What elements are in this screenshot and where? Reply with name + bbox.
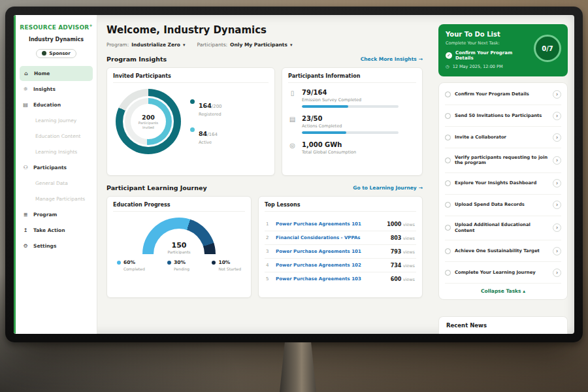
task-chevron-button[interactable]: › xyxy=(553,112,561,120)
task-chevron-button[interactable]: › xyxy=(553,133,561,142)
task-chevron-button[interactable]: › xyxy=(553,223,561,232)
task-label: Complete Your Learning Journey xyxy=(455,270,549,276)
task-chevron-button[interactable]: › xyxy=(553,201,561,209)
lesson-views-word: views xyxy=(403,263,415,269)
task-checkbox[interactable] xyxy=(445,202,451,208)
sidebar-item[interactable]: ↥ Take Action xyxy=(16,223,97,238)
sidebar-item-label: Insights xyxy=(33,86,56,92)
check-more-insights-link[interactable]: Check More Insights → xyxy=(361,56,423,62)
task-row[interactable]: Send 50 Invitations to Participants › xyxy=(445,105,561,127)
sidebar-item[interactable]: ⌂ Home xyxy=(20,66,93,81)
background-wall: RESOURCE ADVISOR+ Industry Dynamics Spon… xyxy=(0,0,588,392)
filter-dropdown[interactable]: Participants: Only My Participants ▾ xyxy=(197,42,293,48)
recent-news-header[interactable]: Recent News xyxy=(438,316,568,334)
collapse-tasks-link[interactable]: Collapse Tasks ▴ xyxy=(445,284,561,298)
task-row[interactable]: Verify participants requesting to join t… xyxy=(445,148,561,173)
stat-body: 79/164 Emission Survey Completed xyxy=(302,89,399,108)
stat-label: Actions Completed xyxy=(302,123,399,129)
arrow-right-icon: → xyxy=(419,185,423,191)
donut-legend: 164/200 Registered 84/164 xyxy=(190,98,222,145)
sidebar-item[interactable]: ⚇ Participants xyxy=(16,160,97,175)
task-label: Invite a Collaborator xyxy=(455,135,549,140)
sidebar-item[interactable]: Learning Insights xyxy=(16,144,97,159)
sidebar-item-icon: ↥ xyxy=(22,227,29,233)
sidebar-nav: ⌂ Home ☼ Insights ▤ Education xyxy=(16,66,97,253)
sidebar-item[interactable]: Learning Journey xyxy=(16,113,97,128)
lesson-views: 793 views xyxy=(391,249,415,255)
sidebar-item[interactable]: ☼ Insights xyxy=(16,82,97,97)
legend-label: Active xyxy=(199,140,218,145)
lesson-link[interactable]: Power Purchase Agreements 101 xyxy=(276,221,382,227)
stat-value: 23/50 xyxy=(302,115,399,122)
todo-progress-ring: 0/7 xyxy=(534,35,561,62)
sidebar-item-icon: ▤ xyxy=(22,102,29,108)
stat-body: 1,000 GWh Total Global Consumption xyxy=(302,141,356,157)
task-row[interactable]: Confirm Your Program Details › xyxy=(445,84,561,105)
task-checkbox[interactable] xyxy=(445,113,451,119)
task-row[interactable]: Explore Your Insights Dashboard › xyxy=(445,173,561,195)
card-title: Education Progress xyxy=(113,202,245,212)
todo-progress-count: 0/7 xyxy=(542,45,553,52)
sidebar-item[interactable]: General Data xyxy=(16,176,97,191)
filter-dropdown[interactable]: Program: Industrialize Zero ▾ xyxy=(106,42,186,48)
task-checkbox[interactable] xyxy=(445,270,451,276)
sidebar-item[interactable]: ▤ Education xyxy=(16,97,97,112)
task-label: Achieve One Sustainability Target xyxy=(455,248,549,254)
sidebar-item[interactable]: ≡ Program xyxy=(16,207,97,222)
sidebar-item-label: Take Action xyxy=(33,227,65,233)
task-checkbox[interactable] xyxy=(445,157,451,163)
lesson-views-count: 793 xyxy=(391,249,402,255)
lesson-rank: 3 xyxy=(266,249,271,254)
stat-row: ▯ 79/164 Emission Survey Completed xyxy=(288,89,416,108)
chevron-down-icon: ▾ xyxy=(290,42,293,48)
stats-list: ▯ 79/164 Emission Survey Completed xyxy=(288,89,416,157)
legend-dot xyxy=(190,127,195,132)
legend-percent: 10% xyxy=(218,259,230,265)
task-checkbox[interactable] xyxy=(445,91,451,97)
todo-title: Your To Do List xyxy=(446,31,530,38)
sidebar-item-label: General Data xyxy=(35,180,68,186)
legend-item: 30% Pending xyxy=(167,259,189,271)
task-row[interactable]: Achieve One Sustainability Target › xyxy=(445,240,561,262)
sidebar-item[interactable]: ⚙ Settings xyxy=(16,238,97,253)
task-chevron-button[interactable]: › xyxy=(553,247,561,255)
task-label: Confirm Your Program Details xyxy=(455,91,549,97)
donut-center: 200 Participants Invited xyxy=(131,104,166,139)
task-chevron-button[interactable]: › xyxy=(553,179,561,188)
task-row[interactable]: Complete Your Learning Journey › xyxy=(445,262,561,284)
task-chevron-button[interactable]: › xyxy=(553,269,561,277)
task-row[interactable]: Upload Spend Data Records › xyxy=(445,195,561,216)
legend-dot xyxy=(190,99,195,104)
task-chevron-button[interactable]: › xyxy=(553,156,561,165)
chevron-right-icon: › xyxy=(556,113,558,119)
chevron-right-icon: › xyxy=(556,135,558,140)
go-to-learning-journey-link[interactable]: Go to Learning Journey → xyxy=(353,185,423,191)
task-checkbox[interactable] xyxy=(445,135,451,140)
chevron-right-icon: › xyxy=(556,157,558,163)
task-row[interactable]: Invite a Collaborator › xyxy=(445,127,561,148)
task-checkbox[interactable] xyxy=(445,225,451,231)
task-checkbox[interactable] xyxy=(445,248,451,254)
gauge-center-value: 150 xyxy=(142,241,216,250)
legend-label: Pending xyxy=(167,267,189,271)
legend-top: 30% xyxy=(167,259,189,265)
filter-label: Program: xyxy=(106,42,129,48)
task-row[interactable]: Upload Additional Educational Content › xyxy=(445,216,561,241)
lesson-link[interactable]: Power Purchase Agreements 103 xyxy=(276,276,386,282)
lesson-link[interactable]: Financial Considerations - VPPAs xyxy=(276,235,386,240)
chevron-right-icon: › xyxy=(556,202,558,208)
program-insights-header: Program Insights Check More Insights → xyxy=(106,56,423,63)
legend-label: Completed xyxy=(117,267,145,271)
sidebar-item[interactable]: Manage Participants xyxy=(16,191,97,206)
task-checkbox[interactable] xyxy=(445,180,451,186)
stat-row: ◎ 1,000 GWh Total Global Consumption xyxy=(288,141,416,157)
chevron-right-icon: › xyxy=(556,225,558,231)
lesson-views: 803 views xyxy=(391,235,415,241)
invited-participants-card: Invited Participants 200 Participants In… xyxy=(106,67,275,176)
sidebar: RESOURCE ADVISOR+ Industry Dynamics Spon… xyxy=(14,15,97,334)
lesson-link[interactable]: Power Purchase Agreements 102 xyxy=(276,263,386,268)
sidebar-item[interactable]: Education Content xyxy=(16,129,97,144)
lesson-link[interactable]: Power Purchase Agreements 101 xyxy=(276,249,386,254)
task-chevron-button[interactable]: › xyxy=(553,90,561,99)
sponsor-badge[interactable]: Sponsor xyxy=(36,49,76,58)
